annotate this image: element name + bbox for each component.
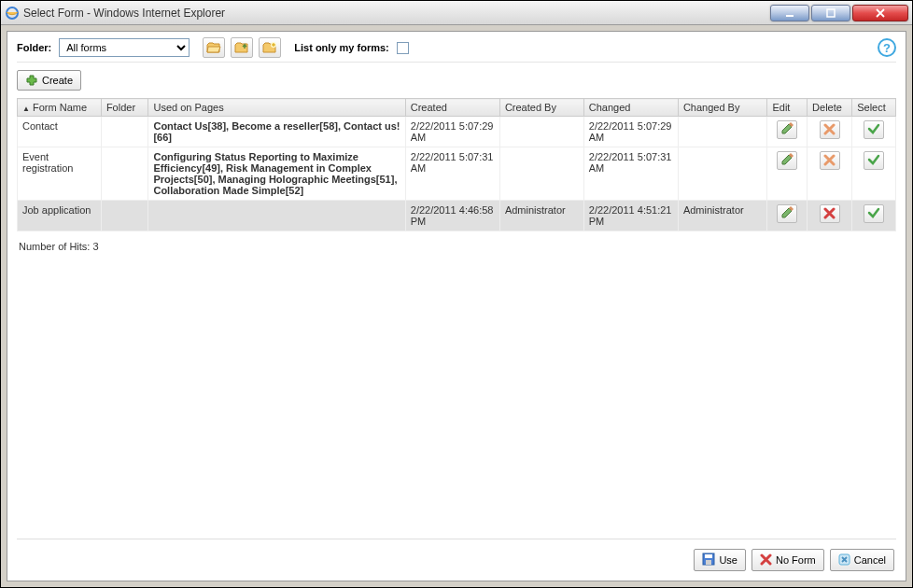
cancel-label: Cancel (854, 554, 886, 566)
cell-created: 2/22/2011 4:46:58 PM (405, 201, 499, 231)
cell-usage: Configuring Status Reporting to Maximize… (148, 147, 405, 201)
cell-changed: 2/22/2011 5:07:31 AM (583, 147, 678, 201)
folder-select[interactable]: All forms (59, 38, 190, 57)
cell-created-by: Administrator (499, 201, 583, 231)
cell-changed-by (678, 147, 767, 201)
no-form-button[interactable]: No Form (751, 549, 824, 571)
cell-form-name: Job application (18, 201, 102, 231)
list-only-checkbox[interactable] (397, 42, 409, 54)
cell-changed-by: Administrator (678, 201, 767, 231)
svg-rect-6 (706, 560, 711, 565)
cell-form-name: Contact (18, 117, 102, 147)
help-button[interactable]: ? (878, 38, 896, 57)
table-row[interactable]: ContactContact Us[38], Become a reseller… (18, 117, 896, 147)
maximize-button[interactable] (811, 5, 850, 21)
svg-rect-1 (786, 15, 794, 17)
cell-usage: Contact Us[38], Become a reseller[58], C… (148, 117, 405, 147)
col-usage[interactable]: Used on Pages (148, 99, 405, 117)
cell-usage (148, 201, 405, 231)
bottom-button-bar: Use No Form Cancel (17, 539, 896, 571)
window: Select Form - Windows Internet Explorer … (0, 0, 913, 588)
col-form-name[interactable]: ▲ Form Name (18, 99, 102, 117)
no-form-label: No Form (776, 554, 816, 566)
delete-button[interactable] (820, 204, 840, 223)
table-row[interactable]: Job application2/22/2011 4:46:58 PMAdmin… (18, 201, 896, 231)
new-folder-button[interactable] (259, 37, 281, 58)
cell-changed: 2/22/2011 4:51:21 PM (583, 201, 678, 231)
sort-asc-icon: ▲ (22, 105, 30, 113)
delete-icon (823, 123, 836, 137)
plus-icon (25, 74, 38, 87)
edit-button[interactable] (777, 120, 797, 139)
check-icon (867, 206, 880, 221)
minimize-button[interactable] (770, 5, 809, 21)
col-changed-by[interactable]: Changed By (678, 99, 767, 117)
close-button[interactable] (852, 5, 908, 21)
check-icon (867, 122, 880, 137)
svg-rect-5 (705, 554, 712, 558)
delete-button[interactable] (820, 151, 840, 170)
pencil-icon (780, 206, 794, 221)
col-select: Select (852, 99, 896, 117)
x-blue-icon (838, 553, 850, 567)
select-button[interactable] (864, 120, 884, 139)
save-icon (702, 553, 715, 567)
cell-folder (101, 117, 148, 147)
folder-up-button[interactable] (231, 37, 253, 58)
delete-icon (823, 207, 836, 221)
cell-created: 2/22/2011 5:07:31 AM (405, 147, 499, 201)
col-edit: Edit (767, 99, 808, 117)
cell-form-name: Event registration (18, 147, 102, 201)
cell-created-by (499, 117, 583, 147)
cell-created-by (499, 147, 583, 201)
svg-rect-2 (827, 9, 835, 17)
open-folder-button[interactable] (203, 37, 225, 58)
cell-changed: 2/22/2011 5:07:29 AM (583, 117, 678, 147)
select-button[interactable] (864, 204, 884, 223)
col-created[interactable]: Created (405, 99, 499, 117)
window-title: Select Form - Windows Internet Explorer (23, 7, 770, 20)
pencil-icon (780, 122, 794, 137)
select-button[interactable] (864, 151, 884, 170)
cell-folder (101, 147, 148, 201)
create-button[interactable]: Create (17, 70, 81, 91)
col-created-by[interactable]: Created By (499, 99, 583, 117)
create-label: Create (42, 75, 73, 86)
delete-button[interactable] (820, 120, 840, 139)
x-red-icon (760, 553, 772, 567)
delete-icon (823, 154, 836, 168)
hits-info: Number of Hits: 3 (17, 231, 896, 261)
table-header-row: ▲ Form Name Folder Used on Pages Created… (18, 99, 896, 117)
edit-button[interactable] (777, 151, 797, 170)
table-row[interactable]: Event registrationConfiguring Status Rep… (18, 147, 896, 201)
cancel-button[interactable]: Cancel (830, 549, 894, 571)
cell-folder (101, 201, 148, 231)
toolbar: Folder: All forms (17, 37, 896, 63)
check-icon (867, 153, 880, 168)
use-button[interactable]: Use (694, 549, 746, 571)
list-only-label: List only my forms: (294, 42, 388, 53)
ie-icon (5, 6, 20, 21)
cell-created: 2/22/2011 5:07:29 AM (405, 117, 499, 147)
cell-changed-by (678, 117, 767, 147)
titlebar[interactable]: Select Form - Windows Internet Explorer (1, 1, 912, 25)
col-changed[interactable]: Changed (583, 99, 678, 117)
folder-label: Folder: (17, 42, 51, 53)
edit-button[interactable] (777, 204, 797, 223)
pencil-icon (780, 153, 794, 168)
forms-table: ▲ Form Name Folder Used on Pages Created… (17, 98, 896, 231)
col-folder[interactable]: Folder (101, 99, 148, 117)
content-frame: Folder: All forms (7, 31, 906, 581)
use-label: Use (719, 554, 737, 566)
col-delete: Delete (808, 99, 852, 117)
